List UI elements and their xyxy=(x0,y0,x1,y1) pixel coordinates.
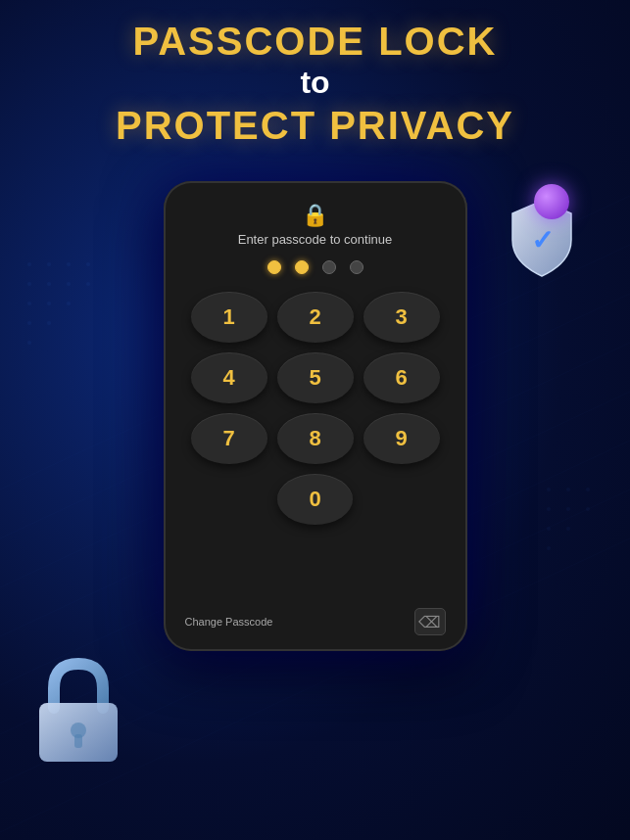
dot-2 xyxy=(295,260,309,274)
svg-text:✓: ✓ xyxy=(531,225,554,256)
dot-4 xyxy=(350,260,363,274)
numpad-btn-9[interactable]: 9 xyxy=(363,413,440,464)
svg-point-19 xyxy=(27,321,31,325)
tablet-bottom-bar: Change Passcode ⌫ xyxy=(181,608,450,635)
svg-point-15 xyxy=(86,282,90,286)
svg-point-12 xyxy=(27,282,31,286)
svg-point-8 xyxy=(27,262,31,266)
numpad-btn-5[interactable]: 5 xyxy=(277,352,354,403)
delete-icon: ⌫ xyxy=(418,613,441,631)
big-lock-decoration xyxy=(24,654,142,781)
numpad-btn-2[interactable]: 2 xyxy=(277,292,354,343)
svg-point-28 xyxy=(547,527,551,531)
svg-point-29 xyxy=(566,527,570,531)
purple-ball-decoration xyxy=(534,184,569,219)
numpad-btn-0[interactable]: 0 xyxy=(277,474,354,525)
tablet-device: 🔒 Enter passcode to continue 1 2 3 4 5 6… xyxy=(164,181,467,651)
passcode-dots xyxy=(267,260,363,274)
svg-point-9 xyxy=(47,262,51,266)
numpad-btn-8[interactable]: 8 xyxy=(277,413,354,464)
numpad-btn-4[interactable]: 4 xyxy=(191,352,267,403)
lock-icon: 🔒 xyxy=(302,203,328,228)
svg-point-30 xyxy=(547,546,551,550)
numpad-btn-6[interactable]: 6 xyxy=(363,352,440,403)
svg-point-22 xyxy=(547,488,551,491)
svg-point-11 xyxy=(86,262,90,266)
dot-3 xyxy=(322,260,336,274)
change-passcode-button[interactable]: Change Passcode xyxy=(185,616,273,628)
title-to: to xyxy=(0,63,630,104)
svg-point-24 xyxy=(586,488,590,491)
numpad-btn-7[interactable]: 7 xyxy=(191,413,267,464)
svg-point-20 xyxy=(47,321,51,325)
svg-point-17 xyxy=(47,302,51,305)
dot-1 xyxy=(267,260,281,274)
title-line2: PROTECT PRIVACY xyxy=(0,104,630,147)
svg-point-25 xyxy=(547,507,551,511)
svg-point-13 xyxy=(47,282,51,286)
passcode-screen: 🔒 Enter passcode to continue 1 2 3 4 5 6… xyxy=(181,203,450,596)
svg-point-27 xyxy=(586,507,590,511)
svg-point-21 xyxy=(27,341,31,345)
zero-row: 0 xyxy=(181,474,450,525)
svg-point-26 xyxy=(566,507,570,511)
svg-point-10 xyxy=(67,262,71,266)
delete-button[interactable]: ⌫ xyxy=(414,608,446,635)
numpad-btn-3[interactable]: 3 xyxy=(363,292,440,343)
title-line1: PASSCODE LOCK xyxy=(0,20,630,63)
svg-point-14 xyxy=(67,282,71,286)
svg-point-23 xyxy=(566,488,570,491)
title-area: PASSCODE LOCK to PROTECT PRIVACY xyxy=(0,20,630,147)
svg-point-18 xyxy=(67,302,71,305)
passcode-prompt: Enter passcode to continue xyxy=(238,232,393,247)
numpad-grid: 1 2 3 4 5 6 7 8 9 xyxy=(181,292,450,464)
svg-rect-34 xyxy=(74,734,82,748)
svg-point-16 xyxy=(27,302,31,305)
numpad-btn-1[interactable]: 1 xyxy=(191,292,267,343)
